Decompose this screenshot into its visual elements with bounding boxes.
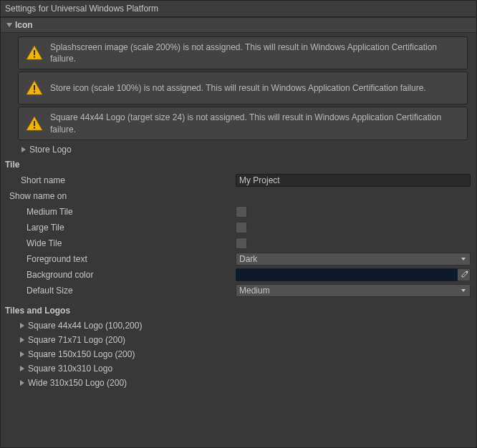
label-medium-tile: Medium Tile [6,207,236,217]
chevron-right-icon [18,350,26,359]
warning-icon [26,45,43,61]
label-default-size: Default Size [6,286,236,296]
background-color-swatch[interactable] [236,268,458,281]
list-item-label: Square 150x150 Logo (200) [28,349,135,359]
svg-rect-4 [34,121,35,126]
icon-warnings: Splashscreen image (scale 200%) is not a… [1,33,476,144]
list-item-label: Square 44x44 Logo (100,200) [28,321,142,331]
logo-item-square71[interactable]: Square 71x71 Logo (200) [1,333,476,347]
svg-rect-0 [34,50,35,55]
chevron-right-icon [18,379,26,387]
warning-text: Splashscreen image (scale 200%) is not a… [50,42,460,64]
list-item-label: Square 71x71 Logo (200) [28,335,125,345]
list-item-label: Wide 310x150 Logo (200) [28,378,127,388]
eyedropper-button[interactable] [458,268,471,281]
window-title: Settings for Universal Windows Platform [1,1,476,17]
warning-square44: Square 44x44 Logo (target size 24) is no… [18,107,468,140]
label-wide-tile: Wide Tile [6,238,236,248]
section-label: Icon [15,20,33,30]
settings-panel: Icon Splashscreen image (scale 200%) is … [1,17,476,390]
warning-text: Square 44x44 Logo (target size 24) is no… [50,112,460,135]
svg-rect-1 [34,57,35,58]
chevron-down-icon [5,21,14,29]
section-header-tile: Tile [1,157,476,172]
svg-rect-5 [34,127,35,128]
chevron-right-icon [18,321,26,330]
chevron-right-icon [18,364,26,373]
warning-store: Store icon (scale 100%) is not assigned.… [18,72,468,104]
store-logo-header[interactable]: Store Logo [1,144,476,157]
medium-tile-checkbox[interactable] [236,206,247,218]
logo-item-square150[interactable]: Square 150x150 Logo (200) [1,347,476,361]
short-name-input[interactable] [236,174,471,187]
logo-item-square44[interactable]: Square 44x44 Logo (100,200) [1,318,476,333]
row-short-name: Short name [1,172,476,188]
foreground-text-select[interactable]: Dark [236,253,471,266]
warning-text: Store icon (scale 100%) is not assigned.… [50,82,426,94]
label-background-color: Background color [6,270,236,280]
store-logo-label: Store Logo [29,145,72,155]
section-header-tiles-logos: Tiles and Logos [1,298,476,318]
warning-icon [26,116,43,132]
list-item-label: Square 310x310 Logo [28,364,112,374]
chevron-right-icon [19,145,28,154]
svg-rect-2 [34,85,35,90]
label-foreground-text: Foreground text [6,254,236,264]
logo-item-square310[interactable]: Square 310x310 Logo [1,361,476,376]
default-size-select[interactable]: Medium [236,284,471,297]
section-header-icon[interactable]: Icon [1,17,476,33]
chevron-right-icon [18,336,26,344]
label-large-tile: Large Tile [6,223,236,233]
logo-item-wide310[interactable]: Wide 310x150 Logo (200) [1,376,476,390]
label-short-name: Short name [6,175,236,185]
warning-icon [26,80,43,96]
large-tile-checkbox[interactable] [236,222,247,233]
warning-splash: Splashscreen image (scale 200%) is not a… [18,36,468,69]
wide-tile-checkbox[interactable] [236,238,247,249]
svg-rect-3 [34,92,35,93]
label-show-name-on: Show name on [1,188,476,204]
svg-point-6 [466,271,468,273]
